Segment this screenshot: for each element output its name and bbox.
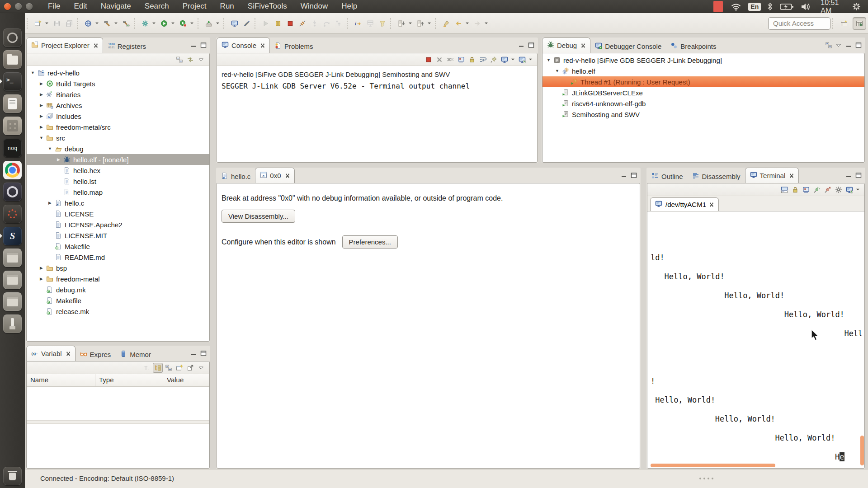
- next-annotation-dropdown-icon[interactable]: [407, 18, 413, 29]
- project-tree-row[interactable]: ▶hello.elf - [none/le]: [27, 154, 209, 165]
- maximize-icon[interactable]: [854, 41, 863, 50]
- app-indicator-icon[interactable]: [713, 1, 723, 12]
- project-tree-row[interactable]: ▶Build Targets: [27, 78, 209, 89]
- menu-file[interactable]: File: [48, 2, 60, 11]
- window-close-button[interactable]: [4, 3, 11, 10]
- terminal-icon[interactable]: [3, 72, 22, 91]
- maximize-icon[interactable]: [629, 171, 639, 180]
- close-icon[interactable]: [285, 172, 290, 179]
- debug-perspective-icon[interactable]: [853, 17, 866, 30]
- tab-project-explorer[interactable]: Project Explorer: [26, 38, 103, 53]
- command-input-icon[interactable]: [779, 185, 789, 195]
- clear-console-icon[interactable]: [456, 55, 466, 65]
- debug-tree-row[interactable]: Thread #1 (Running : User Request): [542, 76, 864, 87]
- close-icon[interactable]: [789, 172, 794, 179]
- column-header-name[interactable]: Name: [27, 374, 95, 386]
- project-tree-row[interactable]: hello.hex: [27, 165, 209, 176]
- collapsed-arrow-icon[interactable]: ▶: [39, 266, 44, 270]
- connect-icon[interactable]: [812, 185, 822, 195]
- close-icon[interactable]: [66, 350, 71, 357]
- menu-window[interactable]: Window: [301, 2, 328, 11]
- menu-edit[interactable]: Edit: [74, 2, 87, 11]
- close-icon[interactable]: [260, 42, 265, 49]
- project-tree-row[interactable]: ▶Binaries: [27, 89, 209, 100]
- window-minimize-button[interactable]: [15, 3, 22, 10]
- remove-all-launches-icon[interactable]: [445, 55, 455, 65]
- minimize-icon[interactable]: [844, 171, 854, 180]
- tab-variabl[interactable]: (x)=Variabl: [26, 346, 75, 361]
- view-menu-icon[interactable]: [834, 41, 844, 50]
- new-view-icon[interactable]: [175, 363, 184, 373]
- remove-launch-icon[interactable]: [434, 55, 444, 65]
- debug-tree-row[interactable]: ▼hello.elf: [542, 66, 864, 76]
- tab-breakpoints[interactable]: Breakpoints: [666, 39, 721, 53]
- project-tree-row[interactable]: Makefile: [27, 295, 209, 306]
- minimize-icon[interactable]: [189, 349, 198, 358]
- show-logical-structures-icon[interactable]: [153, 363, 163, 373]
- tab-disassembly[interactable]: Disassembly: [688, 169, 745, 183]
- collapsed-arrow-icon[interactable]: ▶: [56, 157, 61, 162]
- run-dropdown-icon[interactable]: [170, 18, 176, 29]
- bluetooth-icon[interactable]: [767, 2, 773, 11]
- collapse-all-icon[interactable]: [175, 55, 184, 65]
- collapsed-arrow-icon[interactable]: ▶: [47, 201, 52, 205]
- trash-icon[interactable]: [3, 467, 22, 485]
- collapse-all-icon[interactable]: [164, 363, 174, 373]
- debug-tree-row[interactable]: riscv64-unknown-elf-gdb: [542, 98, 864, 109]
- project-tree-row[interactable]: README.md: [27, 252, 209, 263]
- project-tree-row[interactable]: ▶hIncludes: [27, 111, 209, 122]
- project-tree-row[interactable]: debug.mk: [27, 284, 209, 295]
- clear-terminal-icon[interactable]: [801, 185, 811, 195]
- debug-dropdown-icon[interactable]: [151, 18, 157, 29]
- minimize-icon[interactable]: [516, 41, 526, 50]
- project-tree-row[interactable]: ▼Cred-v-hello: [27, 67, 209, 78]
- close-icon[interactable]: [709, 201, 714, 208]
- tab-memor[interactable]: Memor: [115, 347, 156, 361]
- project-tree-row[interactable]: ▶bsp: [27, 263, 209, 273]
- collapsed-arrow-icon[interactable]: ▶: [39, 125, 44, 129]
- scroll-lock-icon[interactable]: [467, 55, 477, 65]
- tab-outline[interactable]: Outline: [647, 169, 688, 183]
- expanded-arrow-icon[interactable]: ▼: [47, 146, 52, 151]
- freedom-studio-icon[interactable]: S: [3, 227, 22, 245]
- profile-dropdown-icon[interactable]: [189, 18, 195, 29]
- close-icon[interactable]: [581, 42, 585, 49]
- menu-run[interactable]: Run: [220, 2, 234, 11]
- run-icon[interactable]: [158, 18, 170, 29]
- menu-help[interactable]: Help: [341, 2, 357, 11]
- wifi-icon[interactable]: [731, 3, 741, 11]
- terminate-icon[interactable]: [424, 55, 434, 65]
- debug-tree-row[interactable]: JLinkGDBServerCLExe: [542, 87, 864, 98]
- display-selected-console-icon[interactable]: [500, 55, 509, 65]
- view-menu-icon[interactable]: [196, 363, 206, 373]
- terminal-hscrollbar[interactable]: [651, 464, 775, 467]
- session-gear-icon[interactable]: [852, 2, 861, 11]
- next-annotation-icon[interactable]: [396, 18, 407, 29]
- minimize-icon[interactable]: [844, 41, 854, 50]
- previous-annotation-icon[interactable]: [415, 18, 426, 29]
- pin-console-icon[interactable]: [489, 55, 499, 65]
- project-tree-row[interactable]: ▼debug: [27, 143, 209, 154]
- tab-0x0[interactable]: c0x0: [255, 168, 294, 183]
- collapsed-arrow-icon[interactable]: ▶: [39, 92, 44, 97]
- new-wizard-dropdown-icon[interactable]: [44, 18, 50, 29]
- detach-icon[interactable]: [185, 363, 195, 373]
- build-all-icon[interactable]: [120, 18, 132, 29]
- media-player-icon[interactable]: [3, 183, 22, 201]
- build-icon[interactable]: [101, 18, 113, 29]
- project-tree-row[interactable]: LICENSE.MIT: [27, 230, 209, 241]
- project-tree-row[interactable]: LICENSE.Apache2: [27, 219, 209, 230]
- terminate-icon[interactable]: [284, 18, 296, 29]
- debug-tree-row[interactable]: Semihosting and SWV: [542, 109, 864, 120]
- last-edit-location-icon[interactable]: [440, 18, 452, 29]
- window-maximize-button[interactable]: [26, 3, 33, 10]
- new-terminal-dropdown-icon[interactable]: [855, 184, 861, 195]
- battery-icon[interactable]: [780, 3, 793, 10]
- minimize-icon[interactable]: [619, 171, 629, 180]
- new-connection-dropdown-icon[interactable]: [94, 18, 100, 29]
- debug-tree-row[interactable]: ▼red-v-hello [SiFive GDB SEGGER J-Link D…: [542, 55, 864, 66]
- previous-annotation-dropdown-icon[interactable]: [426, 18, 432, 29]
- project-tree-row[interactable]: Makefile: [27, 241, 209, 252]
- disconnect-icon[interactable]: [297, 18, 308, 29]
- collapsed-arrow-icon[interactable]: ▶: [39, 114, 44, 118]
